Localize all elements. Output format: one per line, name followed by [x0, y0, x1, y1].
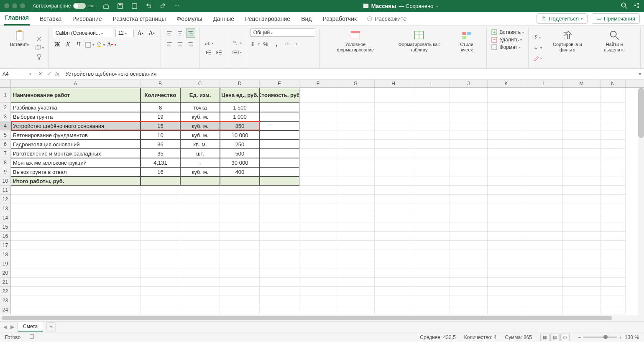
- cell[interactable]: [601, 259, 626, 268]
- cell[interactable]: [450, 130, 488, 140]
- border-button[interactable]: [85, 40, 95, 49]
- col-header-D[interactable]: D: [220, 79, 260, 87]
- increase-decimal[interactable]: .00: [283, 39, 292, 48]
- cell[interactable]: [601, 112, 626, 121]
- cell[interactable]: [525, 149, 563, 158]
- cell[interactable]: [375, 232, 412, 241]
- row-header[interactable]: 22: [0, 287, 10, 296]
- cell[interactable]: [601, 305, 626, 314]
- cell[interactable]: [525, 140, 563, 149]
- cell[interactable]: [299, 213, 337, 222]
- cell[interactable]: [601, 287, 626, 296]
- cell[interactable]: [563, 112, 601, 121]
- cell[interactable]: [412, 213, 450, 222]
- cell[interactable]: [450, 241, 488, 250]
- cell[interactable]: [11, 296, 141, 305]
- cell[interactable]: [260, 278, 299, 287]
- cell[interactable]: куб. м.: [180, 121, 220, 130]
- row-header[interactable]: 9: [0, 167, 10, 176]
- cell[interactable]: [488, 213, 525, 222]
- add-sheet-button[interactable]: +: [46, 322, 56, 332]
- cell[interactable]: [601, 268, 626, 278]
- cell[interactable]: [563, 213, 601, 222]
- cell[interactable]: [488, 176, 525, 186]
- cell[interactable]: [412, 232, 450, 241]
- row-header[interactable]: 23: [0, 296, 10, 305]
- cell[interactable]: [375, 195, 412, 204]
- cell[interactable]: [450, 259, 488, 268]
- cell[interactable]: [450, 88, 488, 103]
- cell[interactable]: 4,131: [141, 158, 180, 167]
- cell[interactable]: [299, 305, 337, 314]
- cell[interactable]: 8: [141, 103, 180, 112]
- cell[interactable]: [375, 167, 412, 176]
- autosave-toggle[interactable]: [73, 3, 86, 9]
- cell[interactable]: [375, 287, 412, 296]
- cell[interactable]: [488, 130, 525, 140]
- cell[interactable]: [412, 149, 450, 158]
- cell[interactable]: куб. м.: [180, 130, 220, 140]
- share-icon[interactable]: [633, 2, 640, 10]
- cell[interactable]: [563, 167, 601, 176]
- cell[interactable]: [488, 140, 525, 149]
- cell[interactable]: [141, 305, 180, 314]
- cell[interactable]: [450, 176, 488, 186]
- cell[interactable]: [260, 186, 299, 195]
- horizontal-scrollbar[interactable]: [0, 315, 644, 321]
- decrease-indent[interactable]: [204, 48, 213, 57]
- col-header-A[interactable]: A: [11, 79, 141, 87]
- cell[interactable]: [180, 278, 220, 287]
- name-box[interactable]: A4▾: [0, 69, 34, 79]
- cell[interactable]: [525, 103, 563, 112]
- cell[interactable]: [450, 305, 488, 314]
- cell[interactable]: [412, 222, 450, 232]
- cell[interactable]: [488, 88, 525, 103]
- cell[interactable]: [525, 296, 563, 305]
- cell[interactable]: [450, 204, 488, 213]
- cell[interactable]: Стоимость, руб.: [260, 88, 299, 103]
- cell[interactable]: [180, 241, 220, 250]
- cell[interactable]: [11, 250, 141, 259]
- cell[interactable]: [488, 222, 525, 232]
- row-header[interactable]: 1: [0, 88, 10, 103]
- cell[interactable]: [525, 112, 563, 121]
- cell[interactable]: [220, 241, 260, 250]
- cell[interactable]: [601, 167, 626, 176]
- cell[interactable]: [412, 176, 450, 186]
- row-header[interactable]: 15: [0, 222, 10, 232]
- find-select-button[interactable]: Найти и выделить: [593, 28, 636, 67]
- cell[interactable]: [488, 268, 525, 278]
- cell[interactable]: [563, 130, 601, 140]
- cell[interactable]: [337, 287, 375, 296]
- cell[interactable]: [488, 149, 525, 158]
- cell[interactable]: [375, 130, 412, 140]
- cell[interactable]: [488, 259, 525, 268]
- cell[interactable]: [412, 112, 450, 121]
- cell[interactable]: [337, 130, 375, 140]
- cell[interactable]: [260, 204, 299, 213]
- cell[interactable]: [563, 268, 601, 278]
- insert-cells-button[interactable]: Вставить▾: [491, 28, 524, 36]
- cell[interactable]: [141, 195, 180, 204]
- cell[interactable]: [220, 305, 260, 314]
- cell[interactable]: 36: [141, 140, 180, 149]
- cell[interactable]: [299, 103, 337, 112]
- cell[interactable]: [450, 167, 488, 176]
- cell[interactable]: [412, 88, 450, 103]
- cell[interactable]: [601, 222, 626, 232]
- sheet-nav-next[interactable]: ▶: [10, 324, 14, 330]
- row-header[interactable]: 14: [0, 213, 10, 222]
- cell[interactable]: [260, 305, 299, 314]
- cell[interactable]: [450, 186, 488, 195]
- cell[interactable]: [412, 296, 450, 305]
- cell[interactable]: [601, 213, 626, 222]
- cell[interactable]: [337, 305, 375, 314]
- cell[interactable]: [337, 121, 375, 130]
- cell[interactable]: [488, 103, 525, 112]
- cell[interactable]: [563, 140, 601, 149]
- cell[interactable]: Количество: [141, 88, 180, 103]
- cell[interactable]: [180, 176, 220, 186]
- increase-font-icon[interactable]: A▴: [136, 28, 145, 38]
- cell[interactable]: [563, 88, 601, 103]
- accessibility-icon[interactable]: [29, 334, 35, 341]
